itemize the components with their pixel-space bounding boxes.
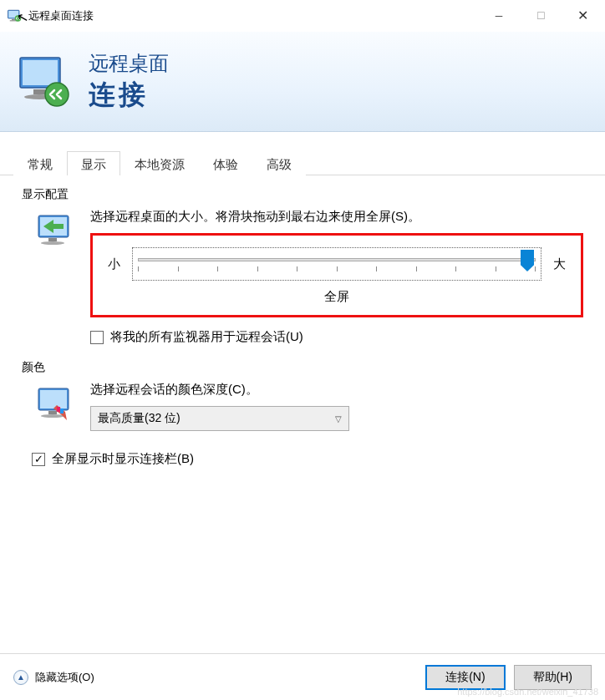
- svg-rect-12: [48, 238, 57, 241]
- slider-max-label: 大: [553, 256, 566, 272]
- svg-rect-18: [57, 407, 60, 412]
- svg-rect-15: [40, 390, 67, 408]
- watermark: https://blog.csdn.net/weixin_41738: [457, 687, 598, 697]
- color-depth-dropdown[interactable]: 最高质量(32 位) ▽: [90, 406, 349, 431]
- all-monitors-checkbox[interactable]: [90, 331, 104, 344]
- resolution-slider[interactable]: [132, 247, 541, 281]
- svg-rect-16: [48, 411, 57, 414]
- hide-options-link[interactable]: 隐藏选项(O): [35, 670, 94, 685]
- all-monitors-label: 将我的所有监视器用于远程会话(U): [110, 329, 303, 345]
- color-icon: [35, 385, 75, 425]
- tabs: 常规 显示 本地资源 体验 高级: [0, 132, 605, 175]
- header-line2: 连接: [89, 77, 169, 114]
- tab-experience[interactable]: 体验: [199, 151, 252, 175]
- group-color: 颜色 选择远程会话的颜色深度(C)。 最高质量(32 位) ▽: [15, 360, 590, 431]
- connection-bar-label: 全屏显示时显示连接栏(B): [52, 451, 194, 467]
- tab-local-resources[interactable]: 本地资源: [120, 151, 199, 175]
- slider-current-label: 全屏: [108, 289, 566, 305]
- cursor-icon: ↖: [15, 9, 29, 28]
- svg-point-13: [41, 241, 64, 245]
- slider-min-label: 小: [108, 256, 120, 272]
- group-display-config: 显示配置 选择远程桌面的大小。将滑块拖动到最右边来使用全屏(S)。 小: [15, 187, 590, 345]
- svg-rect-7: [33, 89, 45, 94]
- connect-button[interactable]: 连接(N): [425, 665, 505, 690]
- minimize-button[interactable]: ─: [478, 2, 520, 30]
- window-controls: ─ ☐ ✕: [478, 2, 603, 30]
- chevron-down-icon: ▽: [335, 414, 342, 424]
- svg-rect-19: [60, 408, 64, 413]
- display-config-desc: 选择远程桌面的大小。将滑块拖动到最右边来使用全屏(S)。: [90, 209, 590, 225]
- display-config-icon: [35, 212, 75, 252]
- close-button[interactable]: ✕: [562, 2, 603, 30]
- tab-general[interactable]: 常规: [13, 151, 67, 175]
- header-banner: 远程桌面 连接: [0, 32, 605, 132]
- tab-display[interactable]: 显示: [67, 151, 120, 175]
- header-icon: [15, 53, 74, 111]
- all-monitors-checkbox-row[interactable]: 将我的所有监视器用于远程会话(U): [90, 329, 590, 345]
- help-button[interactable]: 帮助(H): [514, 665, 592, 690]
- connection-bar-checkbox[interactable]: ✓: [32, 453, 45, 466]
- color-depth-value: 最高质量(32 位): [98, 411, 180, 426]
- collapse-icon[interactable]: ▲: [13, 670, 28, 685]
- header-line1: 远程桌面: [89, 50, 169, 77]
- color-title: 颜色: [22, 360, 590, 375]
- tab-advanced[interactable]: 高级: [252, 151, 306, 175]
- content: 显示配置 选择远程桌面的大小。将滑块拖动到最右边来使用全屏(S)。 小: [0, 175, 605, 475]
- window-title: 远程桌面连接: [28, 8, 94, 23]
- connection-bar-checkbox-row[interactable]: ✓ 全屏显示时显示连接栏(B): [32, 451, 590, 467]
- color-desc: 选择远程会话的颜色深度(C)。: [90, 382, 590, 398]
- display-config-title: 显示配置: [22, 187, 590, 202]
- svg-rect-6: [23, 60, 58, 85]
- svg-point-17: [41, 414, 64, 418]
- svg-rect-2: [12, 18, 16, 20]
- titlebar: 远程桌面连接 ↖ ─ ☐ ✕: [0, 0, 605, 32]
- maximize-button: ☐: [520, 2, 562, 30]
- slider-highlight-box: 小 大 全屏: [90, 233, 583, 317]
